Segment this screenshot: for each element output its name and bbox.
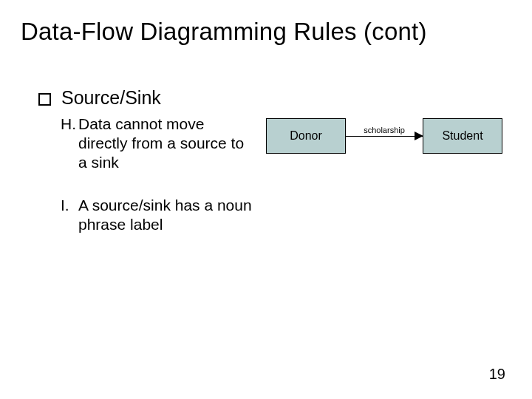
list-item-I: I. A source/sink has a noun phrase label: [61, 196, 267, 234]
item-letter: H.: [61, 115, 78, 134]
bullet-source-sink: Source/Sink: [38, 87, 161, 109]
item-text: Data cannot move directly from a source …: [78, 115, 256, 172]
page-title: Data-Flow Diagramming Rules (cont): [21, 18, 427, 46]
slide: Data-Flow Diagramming Rules (cont) Sourc…: [0, 0, 532, 399]
flow-arrow: scholarship: [346, 118, 423, 154]
arrow-head-icon: [415, 132, 423, 140]
page-number: 19: [489, 366, 505, 383]
arrow-line-icon: [346, 136, 423, 137]
list-item-H: H. Data cannot move directly from a sour…: [61, 115, 267, 172]
item-text: A source/sink has a noun phrase label: [78, 196, 256, 234]
dfd-diagram: Donor scholarship Student: [266, 112, 517, 160]
sink-box-student: Student: [423, 118, 502, 154]
source-box-donor: Donor: [266, 118, 346, 154]
item-letter: I.: [61, 196, 78, 215]
bullet-label: Source/Sink: [61, 87, 161, 109]
hollow-square-bullet-icon: [38, 93, 51, 106]
flow-label: scholarship: [346, 126, 423, 134]
